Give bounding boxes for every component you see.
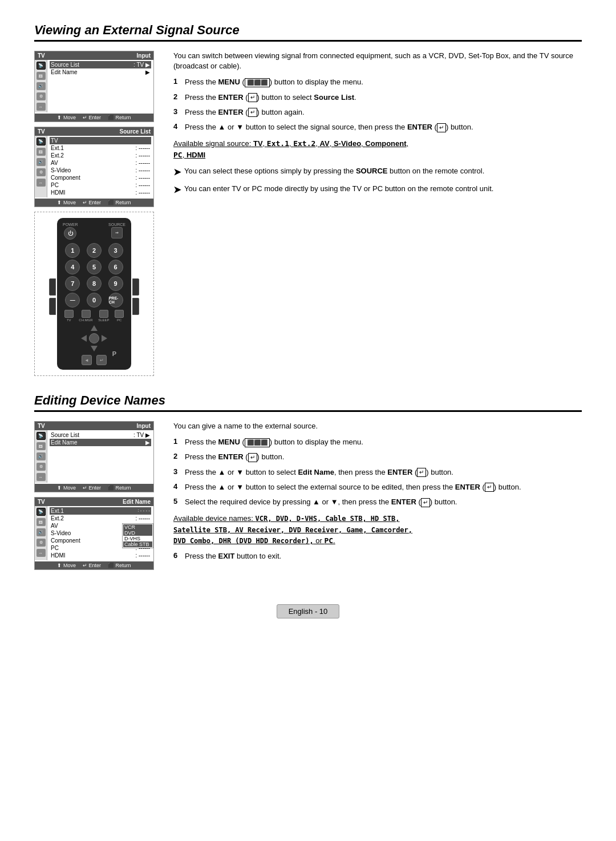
num-4[interactable]: 4: [65, 260, 80, 274]
section1-steps: 1 Press the MENU (⬛⬛⬛) button to display…: [173, 77, 582, 132]
s2-overlay-vcr: VCR: [123, 524, 152, 530]
remote-top-row: POWER ⏻ SOURCE ⇒: [60, 223, 128, 240]
available-devices-section2: Available device names: VCR, DVD, D-VHS,…: [173, 513, 582, 547]
menu1-input-label: Input: [137, 52, 151, 59]
dpad-right-icon: [102, 335, 107, 342]
step2-3: 3 Press the ▲ or ▼ button to select Edit…: [173, 467, 582, 478]
footer-label: English - 10: [289, 607, 328, 616]
num-dash[interactable]: —: [65, 293, 80, 308]
num-7[interactable]: 7: [65, 276, 80, 291]
dpad-left-icon: [81, 335, 87, 342]
dpad-center[interactable]: [89, 333, 99, 343]
menu1-item-sourcelist: Source List : TV ▶: [50, 61, 151, 68]
icon-sound: 🔊: [37, 82, 46, 90]
s2-icon5: ↔: [37, 473, 46, 481]
num-3[interactable]: 3: [108, 243, 123, 258]
s2-menu2-footer: ⬆ Move ↵ Enter ⬛ Return: [35, 561, 153, 569]
section-editing: Editing Device Names TV Input 📡 🖼 🔊 ⚙ ↔: [34, 393, 582, 570]
dpad: [80, 324, 108, 353]
num-1[interactable]: 1: [65, 243, 80, 258]
s2-menu1-titlebar: TV Input: [35, 422, 153, 430]
s2-menu2-icons: 📡 🖼 🔊 ⚙ ↔: [35, 506, 47, 560]
icon-setup2: ⚙: [37, 168, 46, 176]
icon-sound2: 🔊: [37, 158, 46, 166]
menu2-ext1: Ext.1: ------: [50, 144, 151, 152]
menu1-titlebar: TV Input: [35, 51, 153, 60]
menu2-titlebar: TV Source List: [35, 127, 153, 136]
menu2-av: AV: ------: [50, 159, 151, 167]
s2-overlay-cablestb: Cable STB: [123, 541, 152, 547]
section1-right: You can switch between viewing signal fr…: [173, 51, 582, 201]
remote-container: POWER ⏻ SOURCE ⇒ 1 2 3 4 5: [34, 212, 154, 376]
menu2-hdmi: HDMI: ------: [50, 189, 151, 196]
icon-input2: ↔: [37, 179, 46, 187]
s2-m1-editname: Edit Name ▶: [50, 439, 151, 446]
section2-step6: 6 Press the EXIT button to exit.: [173, 551, 582, 561]
section2-steps: 1 Press the MENU (⬛⬛⬛) button to display…: [173, 437, 582, 507]
menu2-content: TV Ext.1: ------ Ext.2: ------ AV: -----…: [47, 136, 153, 197]
menu1-icons: 📡 🖼 🔊 ⚙ ↔: [35, 60, 47, 112]
s2-menu1-tv: TV: [38, 423, 45, 429]
available-signal-section1: Available signal source: TV, Ext.1, Ext.…: [173, 138, 582, 160]
menu2-pc: PC: ------: [50, 181, 151, 189]
section2-title: Editing Device Names: [34, 393, 582, 408]
section2-header: Editing Device Names: [34, 393, 582, 412]
section1-header: Viewing an External Signal Source: [34, 23, 582, 42]
s2-icon1: 📡: [37, 432, 46, 440]
section1-notes: ➤ You can select these options simply by…: [173, 166, 582, 196]
menu2-ext2: Ext.2: ------: [50, 152, 151, 159]
s2-m2-icon5: ↔: [37, 549, 46, 557]
menu1-tv-label: TV: [38, 52, 45, 59]
menu2-svideo: S-Video: ------: [50, 167, 151, 174]
remote-numpad: 1 2 3 4 5 6 7 8 9 — 0 PRE-CH: [60, 243, 128, 308]
menu2-component: Component: ------: [50, 174, 151, 181]
num-2[interactable]: 2: [87, 243, 102, 258]
s2-m2-icon4: ⚙: [37, 539, 46, 547]
icon-antenna: 📡: [37, 62, 46, 70]
menu1-footer: ⬆ Move ↵ Enter ⬛ Return: [35, 114, 153, 122]
s2-m1-sourcelist: Source List : TV ▶: [50, 431, 151, 439]
step2-2: 2 Press the ENTER (↵) button.: [173, 452, 582, 462]
s2-menu1-footer: ⬆ Move ↵ Enter ⬛ Return: [35, 484, 153, 492]
section2-menu1: TV Input 📡 🖼 🔊 ⚙ ↔ Source List : TV: [34, 421, 154, 492]
num-0[interactable]: 0: [87, 293, 102, 308]
step2-6: 6 Press the EXIT button to exit.: [173, 551, 582, 561]
s2-menu2-editname: Edit Name: [123, 499, 151, 505]
section1-body: TV Input 📡 🖼 🔊 ⚙ ↔ Source List : TV: [34, 51, 582, 376]
num-6[interactable]: 6: [108, 260, 123, 274]
menu2-tv-label: TV: [38, 128, 45, 135]
section2-body: TV Input 📡 🖼 🔊 ⚙ ↔ Source List : TV: [34, 421, 582, 570]
menu2-sourcelist-label: Source List: [120, 128, 151, 135]
menu1-content: Source List : TV ▶ Edit Name ▶: [47, 60, 153, 112]
remote-control: POWER ⏻ SOURCE ⇒ 1 2 3 4 5: [57, 218, 131, 370]
step1-1: 1 Press the MENU (⬛⬛⬛) button to display…: [173, 77, 582, 87]
num-9[interactable]: 9: [108, 276, 123, 291]
s2-m2-icon3: 🔊: [37, 528, 46, 536]
s2-m2-icon2: 🖼: [37, 518, 46, 526]
dpad-down-icon: [91, 346, 98, 351]
s2-menu2-tv: TV: [38, 499, 45, 505]
power-button[interactable]: ⏻: [64, 227, 76, 240]
section1-menu2: TV Source List 📡 🖼 🔊 ⚙ ↔ TV: [34, 127, 154, 207]
s2-m2-ext2: Ext.2: ------: [50, 515, 151, 522]
menu2-icons: 📡 🖼 🔊 ⚙ ↔: [35, 136, 47, 197]
num-5[interactable]: 5: [87, 260, 102, 274]
icon-picture: 🖼: [37, 72, 46, 80]
source-label: SOURCE: [108, 223, 125, 227]
icon-input: ↔: [37, 103, 46, 111]
num-prech[interactable]: PRE-CH: [108, 293, 123, 308]
num-8[interactable]: 8: [87, 276, 102, 291]
menu1-sidebar: 📡 🖼 🔊 ⚙ ↔ Source List : TV ▶ Edit Name: [35, 60, 153, 112]
step1-2: 2 Press the ENTER (↵) button to select S…: [173, 92, 582, 103]
menu2-footer: ⬆ Move ↵ Enter ⬛ Return: [35, 199, 153, 207]
note1-1: ➤ You can select these options simply by…: [173, 166, 582, 179]
s2-m2-ext1: Ext.1 : - - - -: [50, 507, 151, 515]
step1-4: 4 Press the ▲ or ▼ button to select the …: [173, 122, 582, 132]
menu2-tv: TV: [50, 137, 151, 144]
note1-2: ➤ You can enter TV or PC mode directly b…: [173, 184, 582, 196]
source-button[interactable]: ⇒: [111, 227, 123, 238]
icon-setup: ⚙: [37, 92, 46, 100]
section1-intro: You can switch between viewing signal fr…: [173, 51, 582, 71]
icon-antenna2: 📡: [37, 138, 46, 145]
s2-icon3: 🔊: [37, 452, 46, 460]
